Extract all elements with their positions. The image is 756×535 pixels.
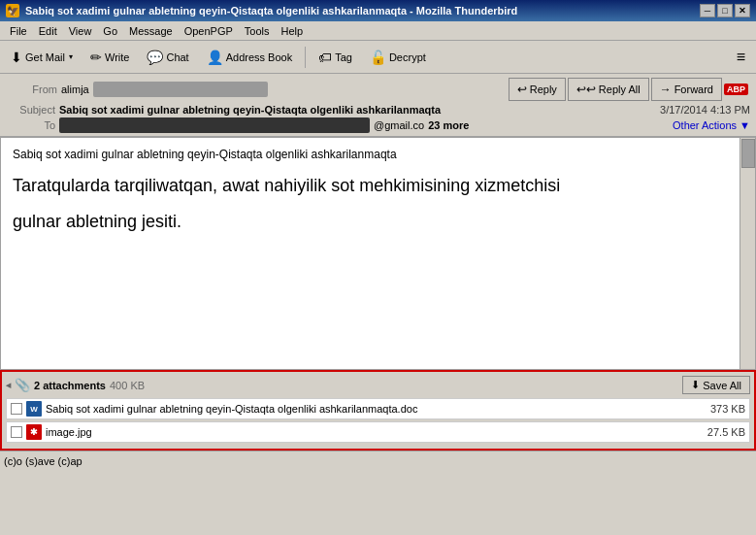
tag-icon: 🏷 xyxy=(318,50,332,65)
close-button[interactable]: ✕ xyxy=(735,4,750,17)
other-actions-button[interactable]: Other Actions ▼ xyxy=(673,119,750,131)
reply-icon: ↩ xyxy=(517,83,527,96)
status-text: (c)o (s)ave (c)ap xyxy=(4,455,82,467)
attachment-item[interactable]: W Sabiq sot xadimi gulnar abletning qeyi… xyxy=(6,398,750,419)
main-toolbar: ⬇ Get Mail ▾ ✏ Write 💬 Chat 👤 Address Bo… xyxy=(0,41,756,74)
attachment-img-icon: ✱ xyxy=(26,424,42,440)
app-icon: 🦅 xyxy=(6,4,19,17)
subject-label: Subject xyxy=(6,104,59,116)
save-all-button[interactable]: ⬇ Save All xyxy=(682,376,750,394)
get-mail-icon: ⬇ xyxy=(11,50,22,65)
to-row: To @gmail.co 23 more Other Actions ▼ xyxy=(4,117,752,134)
subject-row: Subject Sabiq sot xadimi gulnar abletnin… xyxy=(4,103,752,117)
scrollbar-thumb[interactable] xyxy=(741,139,755,168)
attachment-size-1: 373 KB xyxy=(710,403,745,415)
to-email-suffix: @gmail.co xyxy=(374,119,424,131)
save-all-icon: ⬇ xyxy=(691,379,700,391)
attachments-left: ◂ 📎 2 attachments 400 KB xyxy=(6,378,145,392)
reply-all-icon: ↩↩ xyxy=(576,83,596,96)
menu-openpgp[interactable]: OpenPGP xyxy=(179,23,239,39)
email-body-container: Sabiq sot xadimi gulnar abletning qeyin-… xyxy=(0,137,756,370)
attachment-name-1: Sabiq sot xadimi gulnar abletning qeyin-… xyxy=(46,403,703,415)
email-body-line1: Sabiq sot xadimi gulnar abletning qeyin-… xyxy=(13,146,732,164)
attachments-header: ◂ 📎 2 attachments 400 KB ⬇ Save All xyxy=(6,376,750,394)
get-mail-button[interactable]: ⬇ Get Mail ▾ xyxy=(4,45,80,70)
from-value: alimja xyxy=(61,82,509,97)
reply-toolbar: From alimja ↩ Reply ↩↩ Reply All → Forwa… xyxy=(4,76,752,103)
menu-tools[interactable]: Tools xyxy=(239,23,276,39)
scrollbar[interactable] xyxy=(740,138,755,369)
decrypt-button[interactable]: 🔓 Decrypt xyxy=(363,45,433,70)
email-date: 3/17/2014 4:13 PM xyxy=(660,104,750,116)
from-label: From xyxy=(8,84,61,95)
email-header: From alimja ↩ Reply ↩↩ Reply All → Forwa… xyxy=(0,74,756,137)
title-bar: 🦅 Sabiq sot xadimi gulnar abletning qeyi… xyxy=(0,0,756,21)
from-name: alimja xyxy=(61,84,89,95)
write-button[interactable]: ✏ Write xyxy=(83,45,136,70)
attachment-name-2: image.jpg xyxy=(46,426,700,438)
to-more: 23 more xyxy=(428,119,469,131)
attachments-section: ◂ 📎 2 attachments 400 KB ⬇ Save All W Sa… xyxy=(0,370,756,451)
toolbar-separator xyxy=(305,47,306,68)
email-body: Sabiq sot xadimi gulnar abletning qeyin-… xyxy=(1,138,755,251)
status-bar: (c)o (s)ave (c)ap xyxy=(0,451,756,470)
tag-button[interactable]: 🏷 Tag xyxy=(312,45,359,70)
menu-message[interactable]: Message xyxy=(123,23,179,39)
attachment-checkbox-1[interactable] xyxy=(11,403,22,415)
forward-icon: → xyxy=(660,83,672,96)
menu-expand-icon: ≡ xyxy=(737,49,745,66)
email-body-line3: gulnar abletning jesiti. xyxy=(13,208,732,236)
get-mail-dropdown-arrow: ▾ xyxy=(69,52,73,61)
write-icon: ✏ xyxy=(90,50,102,65)
attachment-doc-icon: W xyxy=(26,401,42,417)
window-title: Sabiq sot xadimi gulnar abletning qeyin-… xyxy=(25,5,700,17)
to-label: To xyxy=(6,119,59,131)
email-body-line2: Taratqularda tarqiliwatqan, awat nahiyil… xyxy=(13,172,732,200)
subject-text: Sabiq sot xadimi gulnar abletning qeyin-… xyxy=(59,104,441,116)
menu-expand-button[interactable]: ≡ xyxy=(730,45,752,70)
attachment-item[interactable]: ✱ image.jpg 27.5 KB xyxy=(6,421,750,443)
menu-help[interactable]: Help xyxy=(276,23,310,39)
menu-go[interactable]: Go xyxy=(97,23,123,39)
abp-badge[interactable]: ABP xyxy=(724,84,748,95)
attachment-checkbox-2[interactable] xyxy=(11,426,22,438)
address-book-icon: 👤 xyxy=(207,50,223,65)
attachments-size: 400 KB xyxy=(110,380,145,391)
address-book-button[interactable]: 👤 Address Book xyxy=(200,45,299,70)
menu-bar: File Edit View Go Message OpenPGP Tools … xyxy=(0,21,756,41)
attachment-count-text: 2 attachments xyxy=(34,380,106,391)
chat-button[interactable]: 💬 Chat xyxy=(140,45,195,70)
maximize-button[interactable]: □ xyxy=(717,4,733,17)
forward-button[interactable]: → Forward xyxy=(651,78,722,101)
attachments-collapse-arrow[interactable]: ◂ xyxy=(6,380,11,390)
reply-button[interactable]: ↩ Reply xyxy=(509,78,566,101)
attachment-size-2: 27.5 KB xyxy=(707,426,745,438)
menu-edit[interactable]: Edit xyxy=(33,23,63,39)
reply-actions: ↩ Reply ↩↩ Reply All → Forward ABP xyxy=(509,78,748,101)
chat-icon: 💬 xyxy=(147,50,163,65)
to-left: To @gmail.co 23 more xyxy=(6,117,673,133)
minimize-button[interactable]: ─ xyxy=(700,4,715,17)
decrypt-icon: 🔓 xyxy=(370,50,386,65)
from-email-redacted xyxy=(93,82,268,97)
menu-file[interactable]: File xyxy=(4,23,33,39)
to-email-redacted xyxy=(59,117,370,133)
menu-view[interactable]: View xyxy=(63,23,98,39)
window-controls: ─ □ ✕ xyxy=(700,4,750,17)
reply-all-button[interactable]: ↩↩ Reply All xyxy=(568,78,649,101)
attachment-icon: 📎 xyxy=(15,378,30,392)
